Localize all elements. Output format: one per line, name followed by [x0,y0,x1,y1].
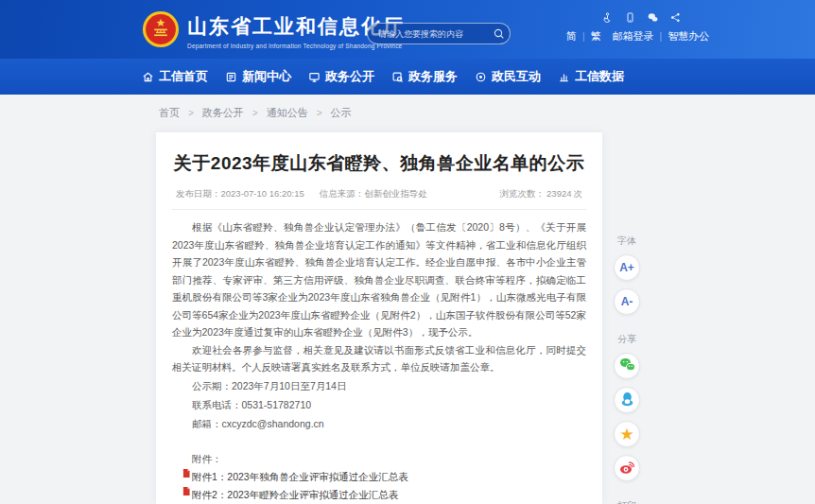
search-box[interactable] [367,23,511,44]
interaction-icon [475,71,487,83]
notice-period: 公示期：2023年7月10日至7月14日 [172,376,586,395]
nav-item-services[interactable]: 政务服务 [391,68,458,85]
breadcrumb-disclosure[interactable]: 政务公开 [202,106,244,120]
share-wechat-button[interactable] [614,353,640,379]
nav-item-label: 政务服务 [408,68,458,85]
nav-item-label: 工信数据 [575,68,624,85]
attachment-item: 附件1：2023年独角兽企业评审拟通过企业汇总表 [172,468,586,486]
breadcrumb-separator: > [317,108,322,118]
nav-item-disclosure[interactable]: 政务公开 [308,68,374,85]
search-input[interactable] [368,29,493,39]
lang-simplified-link[interactable]: 简 [566,29,577,43]
article-card: 关于2023年度山东省瞪羚、独角兽企业名单的公示 发布日期：2023-07-10… [156,132,602,504]
share-weibo-button[interactable] [614,455,640,481]
attachment-link-1[interactable]: 附件1：2023年独角兽企业评审拟通过企业汇总表 [192,468,408,486]
share-qq-button[interactable] [614,387,640,413]
search-icon[interactable] [493,27,506,41]
data-icon [558,71,570,83]
mail-login-link[interactable]: 邮箱登录 [613,29,654,43]
article-meta: 发布日期：2023-07-10 16:20:15 信息来源：创新创业指导处 浏览… [172,188,586,210]
font-decrease-button[interactable]: A- [614,288,640,315]
site-subtitle: Department of Industry and Information T… [187,43,405,49]
smart-office-link[interactable]: 智慧办公 [668,29,709,43]
wechat-icon [619,357,635,374]
nav-item-data[interactable]: 工信数据 [558,68,624,85]
nav-item-home[interactable]: 工信首页 [142,68,208,85]
wechat-mini-icon[interactable] [648,12,658,23]
weibo-icon [619,460,635,478]
nav-item-label: 新闻中心 [242,68,291,85]
main-nav: 工信首页 新闻中心 政务公开 政务服务 [0,59,815,95]
qq-icon [620,391,634,409]
attachment-item: 附件2：2023年瞪羚企业评审拟通过企业汇总表 [172,486,586,504]
mobile-icon[interactable] [625,12,635,23]
news-icon [225,71,237,83]
floating-toolbar: 字体 A+ A- 分享 ★ [609,231,645,504]
page-title: 关于2023年度山东省瞪羚、独角兽企业名单的公示 [172,151,586,176]
link-separator: | [660,31,663,42]
share-label: 分享 [617,333,636,346]
breadcrumb-current: 公示 [331,106,352,120]
breadcrumb-home[interactable]: 首页 [159,106,180,120]
publish-date: 发布日期：2023-07-10 16:20:15 [176,188,304,200]
share-qzone-button[interactable]: ★ [614,421,640,447]
paragraph-1: 根据《山东省瞪羚、独角兽企业认定管理办法》（鲁工信发〔2020〕8号）、《关于开… [172,218,586,341]
font-increase-button[interactable]: A+ [614,254,640,281]
contact-email: 邮箱：cxcyzdc@shandong.cn [172,414,586,433]
print-label: 打印 [617,499,636,504]
header-quick-icons [602,12,681,23]
monitor-icon [308,71,321,83]
pdf-icon [182,469,190,478]
contact-phone: 联系电话：0531-51782710 [172,395,586,414]
nav-item-news[interactable]: 新闻中心 [225,68,291,85]
breadcrumb: 首页 > 政务公开 > 通知公告 > 公示 [0,95,815,130]
breadcrumb-separator: > [252,108,258,118]
qzone-star-icon: ★ [619,426,633,443]
article-body: 根据《山东省瞪羚、独角兽企业认定管理办法》（鲁工信发〔2020〕8号）、《关于开… [172,218,586,504]
accessibility-icon[interactable] [602,12,613,23]
view-count: 浏览次数：23924次 [498,188,582,200]
font-label: 字体 [617,235,636,248]
info-source: 信息来源：创新创业指导处 [320,188,427,200]
breadcrumb-notices[interactable]: 通知公告 [267,106,308,120]
nav-item-label: 工信首页 [159,68,208,85]
pdf-icon [182,487,190,495]
site-header: 山东省工业和信息化厅 Department of Industry and In… [0,0,815,59]
attachment-link-2[interactable]: 附件2：2023年瞪羚企业评审拟通过企业汇总表 [192,486,398,504]
nav-item-label: 政民互动 [492,68,541,85]
nav-item-interaction[interactable]: 政民互动 [475,68,541,85]
link-separator: | [582,31,585,42]
breadcrumb-separator: > [188,108,194,118]
header-links: 简 | 繁 邮箱登录 | 智慧办公 [566,29,709,43]
lang-traditional-link[interactable]: 繁 [591,29,601,43]
national-emblem-logo [142,10,180,48]
nav-item-label: 政务公开 [325,68,374,85]
home-icon [142,71,154,83]
share-network-icon[interactable] [670,12,681,23]
paragraph-2: 欢迎社会各界参与监督，相关意见及建议请以书面形式反馈省工业和信息化厅，同时提交相… [172,341,586,376]
service-search-icon [391,71,404,83]
attachments-label: 附件： [172,450,586,468]
